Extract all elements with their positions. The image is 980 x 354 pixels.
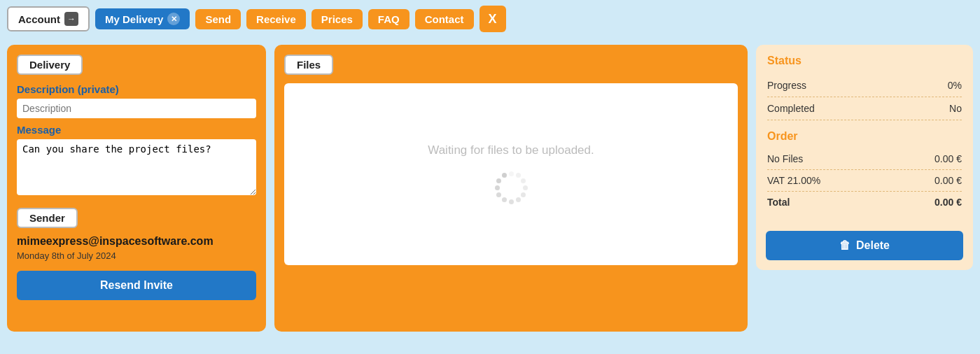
trash-icon: 🗑 [839,239,850,252]
total-label: Total [767,197,790,208]
no-files-row: No Files 0.00 € [767,148,962,170]
resend-invite-label: Resend Invite [100,279,173,291]
faq-button[interactable]: FAQ [368,9,410,29]
message-textarea[interactable]: Can you share the project files? [17,139,256,195]
account-arrow-icon: → [64,12,78,26]
delete-btn-area: 🗑 Delete [756,222,973,270]
receive-button[interactable]: Receive [246,9,306,29]
files-button[interactable]: Files [284,55,333,75]
resend-invite-button[interactable]: Resend Invite [17,271,256,300]
prices-button[interactable]: Prices [312,9,363,29]
delete-label: Delete [856,239,890,252]
delivery-button[interactable]: Delivery [17,55,83,75]
contact-button[interactable]: Contact [415,9,474,29]
status-title: Status [767,55,962,67]
completed-label: Completed [767,103,815,114]
receive-label: Receive [256,13,296,25]
progress-value: 0% [948,80,962,91]
nav-bar: Account → My Delivery ✕ Send Receive Pri… [0,0,980,38]
x-label: X [489,12,497,26]
description-input[interactable] [17,99,256,118]
message-label: Message [17,124,256,136]
progress-row: Progress 0% [767,74,962,97]
prices-label: Prices [321,13,353,25]
no-files-label: No Files [767,153,803,164]
completed-value: No [949,103,962,114]
order-title: Order [767,130,962,143]
no-files-value: 0.00 € [934,153,962,164]
account-button[interactable]: Account → [7,6,90,31]
total-value: 0.00 € [934,197,962,208]
delivery-label: Delivery [29,59,70,71]
sender-date: Monday 8th of July 2024 [17,250,256,261]
delete-button[interactable]: 🗑 Delete [766,231,963,260]
send-button[interactable]: Send [195,9,241,29]
vat-label: VAT 21.00% [767,175,820,186]
total-row: Total 0.00 € [767,192,962,213]
my-delivery-button[interactable]: My Delivery ✕ [95,8,190,29]
sender-button[interactable]: Sender [17,208,78,228]
files-label: Files [297,59,321,71]
vat-value: 0.00 € [934,175,962,186]
faq-label: FAQ [378,13,400,25]
loading-spinner [493,170,528,205]
x-button[interactable]: X [479,6,506,32]
sender-label: Sender [29,212,65,224]
my-delivery-close-icon[interactable]: ✕ [167,13,180,25]
right-panel: Status Progress 0% Completed No Order No… [756,45,973,270]
waiting-text: Waiting for files to be uploaded. [428,143,594,157]
account-label: Account [18,13,60,25]
progress-label: Progress [767,80,806,91]
completed-row: Completed No [767,97,962,120]
status-box: Status Progress 0% Completed No Order No… [756,45,973,222]
main-layout: Delivery Description (private) Message C… [0,38,980,339]
files-drop-area[interactable]: Waiting for files to be uploaded. [284,83,738,265]
description-label: Description (private) [17,83,256,95]
send-label: Send [205,13,231,25]
contact-label: Contact [425,13,464,25]
vat-row: VAT 21.00% 0.00 € [767,170,962,192]
sender-email: mimeexpress@inspacesoftware.com [17,235,256,248]
left-panel: Delivery Description (private) Message C… [7,45,266,332]
center-panel: Files Waiting for files to be uploaded. [274,45,748,332]
my-delivery-label: My Delivery [105,13,163,25]
